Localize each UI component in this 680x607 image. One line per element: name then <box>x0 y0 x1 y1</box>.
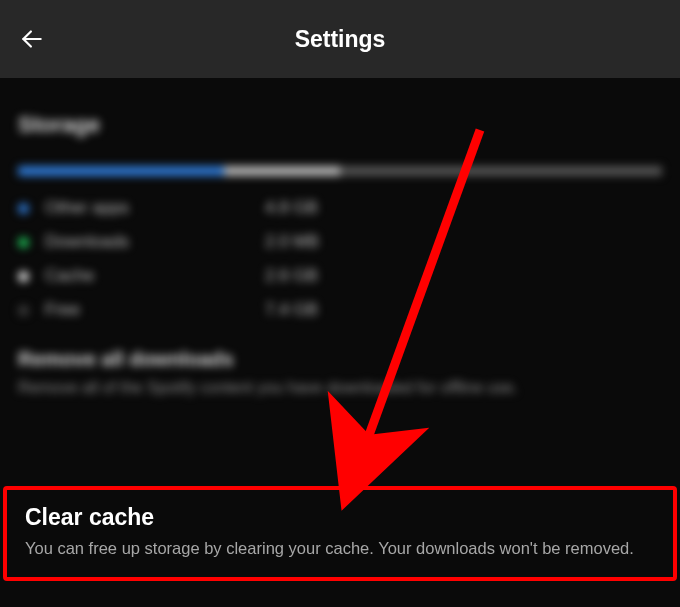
legend-dot-icon <box>18 203 29 214</box>
storage-segment-cache <box>224 166 340 176</box>
storage-usage-bar <box>18 166 662 176</box>
remove-all-downloads-item[interactable]: Remove all downloads Remove all of the S… <box>18 348 662 399</box>
back-button[interactable] <box>18 25 46 53</box>
legend-value: 2.0 MB <box>265 232 319 252</box>
page-title: Settings <box>0 26 680 53</box>
clear-cache-item[interactable]: Clear cache You can free up storage by c… <box>3 486 677 581</box>
storage-segment-other-apps <box>18 166 224 176</box>
legend-label: Other apps <box>45 198 265 218</box>
legend-dot-icon <box>18 237 29 248</box>
clear-cache-description: You can free up storage by clearing your… <box>25 537 655 561</box>
legend-row: Downloads 2.0 MB <box>18 232 662 252</box>
legend-dot-icon <box>18 271 29 282</box>
legend-value: 2.6 GB <box>265 266 318 286</box>
clear-cache-title: Clear cache <box>25 504 655 531</box>
legend-label: Downloads <box>45 232 265 252</box>
header-bar: Settings <box>0 0 680 78</box>
legend-value: 7.4 GB <box>265 300 318 320</box>
blurred-background-content: Storage Other apps 4.8 GB Downloads 2.0 … <box>0 78 680 399</box>
settings-content: Storage Other apps 4.8 GB Downloads 2.0 … <box>0 78 680 399</box>
legend-row: Other apps 4.8 GB <box>18 198 662 218</box>
remove-downloads-description: Remove all of the Spotify content you ha… <box>18 377 662 399</box>
remove-downloads-title: Remove all downloads <box>18 348 662 371</box>
storage-segment-free <box>340 166 662 176</box>
storage-legend: Other apps 4.8 GB Downloads 2.0 MB Cache… <box>18 198 662 320</box>
legend-label: Cache <box>45 266 265 286</box>
legend-row: Cache 2.6 GB <box>18 266 662 286</box>
legend-value: 4.8 GB <box>265 198 318 218</box>
legend-dot-icon <box>18 305 29 316</box>
storage-section-title: Storage <box>18 112 662 138</box>
legend-label: Free <box>45 300 265 320</box>
legend-row: Free 7.4 GB <box>18 300 662 320</box>
arrow-left-icon <box>19 26 45 52</box>
